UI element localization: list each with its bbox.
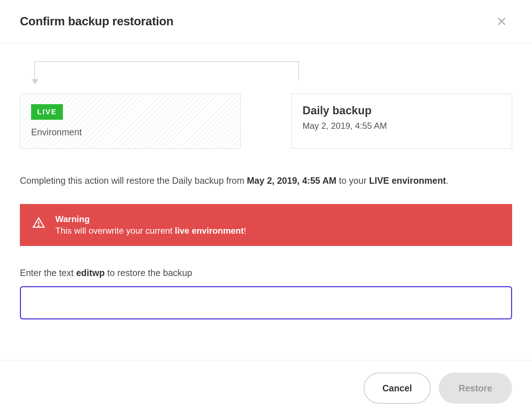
warning-text-prefix: This will overwrite your current	[55, 226, 175, 235]
warning-title: Warning	[55, 214, 500, 224]
environment-cards-row: LIVE Environment Daily backup May 2, 201…	[20, 94, 512, 149]
warning-text: This will overwrite your current live en…	[55, 226, 500, 236]
warning-text-suffix: !	[244, 226, 246, 235]
confirm-input[interactable]	[20, 286, 512, 319]
svg-point-3	[38, 225, 39, 226]
modal-footer: Cancel Restore	[0, 360, 532, 416]
flow-diagram	[20, 61, 512, 94]
confirm-restore-modal: Confirm backup restoration LIVE Environm…	[0, 0, 532, 416]
confirm-label-bold: editwp	[76, 268, 105, 278]
warning-text-bold: live environment	[175, 226, 244, 235]
restore-button[interactable]: Restore	[439, 373, 512, 404]
confirm-label-prefix: Enter the text	[20, 268, 76, 278]
backup-timestamp: May 2, 2019, 4:55 AM	[303, 121, 501, 131]
warning-banner: Warning This will overwrite your current…	[20, 204, 512, 246]
info-suffix: .	[446, 175, 449, 186]
modal-header: Confirm backup restoration	[0, 0, 532, 43]
flow-connector	[34, 61, 299, 81]
live-badge: LIVE	[31, 104, 63, 120]
info-env-bold: LIVE environment	[369, 175, 446, 186]
info-time-bold: May 2, 2019, 4:55 AM	[247, 175, 336, 186]
warning-icon	[32, 216, 45, 231]
close-icon	[497, 16, 507, 26]
modal-body: LIVE Environment Daily backup May 2, 201…	[0, 43, 532, 360]
modal-title: Confirm backup restoration	[20, 14, 173, 28]
confirm-label-suffix: to restore the backup	[105, 268, 192, 278]
info-text: Completing this action will restore the …	[20, 174, 512, 188]
backup-title: Daily backup	[303, 104, 501, 117]
environment-label: Environment	[31, 127, 229, 137]
info-prefix: Completing this action will restore the …	[20, 175, 247, 186]
confirm-instruction: Enter the text editwp to restore the bac…	[20, 268, 512, 278]
info-middle: to your	[336, 175, 369, 186]
live-environment-card: LIVE Environment	[20, 94, 241, 149]
backup-source-card: Daily backup May 2, 2019, 4:55 AM	[291, 94, 512, 149]
arrow-down-icon	[32, 79, 38, 84]
cancel-button[interactable]: Cancel	[364, 373, 431, 404]
warning-content: Warning This will overwrite your current…	[55, 214, 500, 236]
close-button[interactable]	[497, 16, 507, 26]
